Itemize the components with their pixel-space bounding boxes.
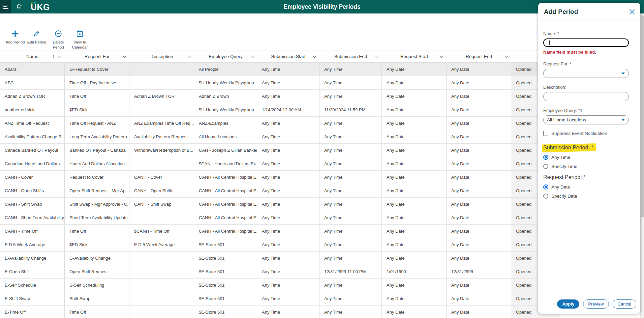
panel-footer: Apply Preview Cancel: [538, 294, 640, 314]
home-icon: [16, 3, 23, 11]
cell-employee_query: CANH - All Central Hospital E...: [194, 171, 257, 184]
column-menu-chevron-icon[interactable]: [58, 54, 62, 58]
cell-description: [129, 265, 194, 278]
radio-icon: [543, 164, 548, 169]
cell-employee_query: CANH - All Central Hospital E...: [194, 211, 257, 224]
cell-request_for: Time Off - Pay Incentive: [65, 76, 129, 89]
column-menu-chevron-icon[interactable]: [375, 54, 379, 58]
edit-period-button[interactable]: Edit Period: [27, 30, 47, 45]
cell-employee_query: ANZ-Examples: [194, 117, 257, 130]
panel-header: Add Period: [538, 3, 640, 21]
cell-employee_query: $E-Store 501: [194, 238, 257, 251]
cell-submission_end: Any Time: [319, 90, 382, 103]
cell-name: Abara: [0, 63, 65, 76]
checkbox-icon: [543, 131, 548, 136]
cell-request_end: Any Date: [447, 103, 511, 116]
cell-request_end: Any Date: [447, 211, 511, 224]
cell-description: [129, 306, 194, 318]
cell-submission_end: 12/31/2999 11:00 PM: [319, 265, 382, 278]
column-header-request_start[interactable]: Request Start: [382, 51, 447, 62]
cell-submission_end: Any Time: [319, 238, 382, 251]
cell-submission_end: Any Time: [319, 211, 382, 224]
menu-icon[interactable]: [3, 5, 8, 9]
cell-name: ABC: [0, 76, 65, 89]
cell-submission_start: Any Time: [257, 198, 319, 211]
column-header-submission_start[interactable]: Submission Start: [257, 51, 319, 62]
cell-submission_end: Any Time: [319, 130, 382, 143]
column-menu-chevron-icon[interactable]: [504, 54, 508, 58]
column-header-label: Description: [150, 54, 173, 59]
cell-description: CANH - Shift Swap: [129, 198, 194, 211]
cell-submission_start: Any Time: [257, 265, 319, 278]
cell-description: [129, 157, 194, 170]
cell-request_for: Request to Cover: [65, 171, 129, 184]
preview-button[interactable]: Preview: [583, 299, 609, 309]
cell-submission_start: Any Time: [257, 306, 319, 318]
cell-request_end: Any Date: [447, 184, 511, 197]
cell-employee_query: CANH - All Central Hospital E...: [194, 198, 257, 211]
column-menu-chevron-icon[interactable]: [187, 54, 191, 58]
cell-name: Canada Banked OT Payout: [0, 144, 65, 157]
tool-label: Delete Period: [51, 40, 66, 50]
view-in-calendar-button[interactable]: View In Calendar: [69, 30, 90, 50]
column-menu-chevron-icon[interactable]: [250, 54, 254, 58]
submission-any-time-radio[interactable]: Any Time: [543, 155, 629, 160]
employee-query-dropdown[interactable]: All Home Locations: [543, 115, 629, 124]
column-header-request_end[interactable]: Request End: [447, 51, 511, 62]
column-header-employee_query[interactable]: Employee Query: [194, 51, 257, 62]
cell-description: CANH - Open Shifts: [129, 184, 194, 197]
request-specify-date-radio[interactable]: Specify Date: [543, 194, 629, 199]
cell-request_start: Any Date: [382, 225, 447, 238]
suppress-event-notification-checkbox[interactable]: Suppress Event Notification: [543, 131, 629, 136]
request-any-date-radio[interactable]: Any Date: [543, 184, 629, 190]
cell-employee_query: $E-Store 501: [194, 292, 257, 305]
column-header-description[interactable]: Description: [129, 51, 194, 62]
cell-submission_start: 1/14/2024 12:00 AM: [257, 103, 319, 116]
submission-specify-time-radio[interactable]: Specify Time: [543, 164, 629, 169]
cell-name: E-Time Off: [0, 306, 65, 318]
cell-employee_query: $U-Hourly Weekly Paygroup: [194, 103, 257, 116]
apply-button[interactable]: Apply: [557, 299, 579, 309]
column-header-label: Request Start: [400, 54, 428, 59]
scrollbar-thumb[interactable]: [641, 15, 644, 218]
cell-name: CANH - Cover: [0, 171, 65, 184]
cell-request_end: Any Date: [447, 63, 511, 76]
nav-strip: [0, 0, 11, 13]
cancel-button[interactable]: Cancel: [613, 299, 636, 309]
minus-circle-icon: [54, 30, 62, 38]
description-input[interactable]: [543, 92, 629, 101]
cell-submission_end: Any Time: [319, 76, 382, 89]
column-header-name[interactable]: Name↑: [0, 51, 65, 62]
cell-employee_query: All Home Locations: [194, 130, 257, 143]
cell-submission_start: Any Time: [257, 292, 319, 305]
cell-submission_start: Any Time: [257, 144, 319, 157]
cell-submission_start: Any Time: [257, 90, 319, 103]
cell-description: [129, 211, 194, 224]
name-input[interactable]: [543, 38, 629, 47]
close-icon[interactable]: [629, 9, 635, 15]
vertical-scrollbar[interactable]: [640, 13, 644, 318]
delete-period-button[interactable]: Delete Period: [51, 30, 66, 50]
column-header-submission_end[interactable]: Submission End: [319, 51, 382, 62]
request-for-dropdown[interactable]: [543, 69, 629, 78]
cell-request_start: Any Date: [382, 144, 447, 157]
cell-request_end: Any Date: [447, 90, 511, 103]
cell-employee_query: CANH - All Central Hospital E...: [194, 225, 257, 238]
column-header-request_for[interactable]: Request For: [65, 51, 129, 62]
column-menu-chevron-icon[interactable]: [313, 54, 316, 58]
cell-submission_start: Any Time: [257, 225, 319, 238]
cell-submission_end: Any Time: [319, 252, 382, 265]
cell-submission_end: Any Time: [319, 279, 382, 292]
cell-request_end: Any Date: [447, 252, 511, 265]
cell-request_for: $ED Sick: [65, 103, 129, 116]
column-menu-chevron-icon[interactable]: [123, 54, 126, 58]
employee-query-label: Employee Query: *1: [543, 108, 629, 113]
request-period-heading: Request Period: *: [543, 174, 629, 180]
cell-submission_start: Any Time: [257, 76, 319, 89]
cell-request_for: S-Self Scheduling: [65, 279, 129, 292]
home-button[interactable]: [16, 3, 23, 11]
description-label: Description:: [543, 85, 629, 90]
cell-request_start: Any Date: [382, 238, 447, 251]
column-menu-chevron-icon[interactable]: [440, 54, 443, 58]
add-period-button[interactable]: Add Period: [5, 30, 25, 45]
